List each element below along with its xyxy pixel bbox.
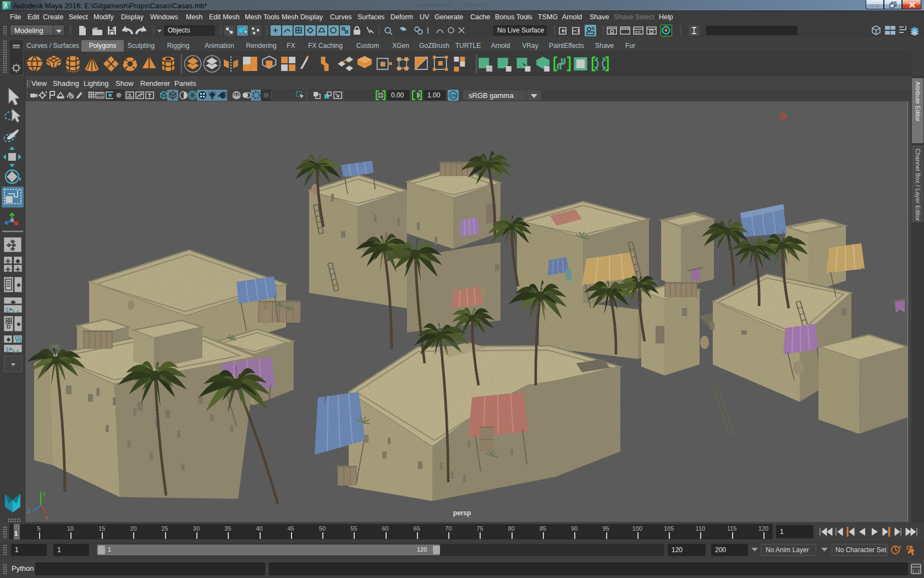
svg-text:y: y (43, 490, 46, 497)
svg-text:{;}: {;} (912, 568, 920, 573)
svg-text:ON: ON (450, 94, 456, 97)
svg-text:IPR: IPR (635, 30, 641, 34)
svg-text:x: x (45, 515, 48, 521)
svg-text:z: z (28, 508, 30, 514)
svg-text:persp: persp (453, 509, 471, 517)
